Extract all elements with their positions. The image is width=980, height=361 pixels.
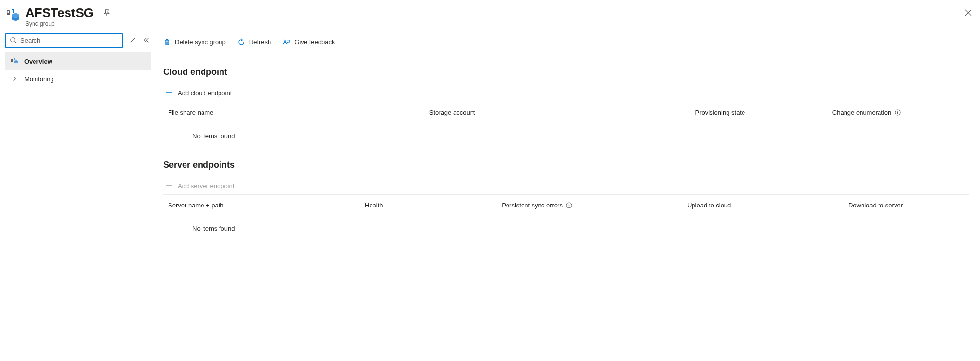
- svg-point-8: [284, 40, 286, 42]
- cloud-endpoint-empty: No items found: [163, 123, 969, 146]
- info-icon[interactable]: [894, 109, 901, 116]
- toolbar-label: Refresh: [249, 38, 271, 46]
- chevron-right-icon: [11, 75, 18, 83]
- sidebar-search-input[interactable]: [19, 36, 119, 45]
- close-button[interactable]: [963, 8, 973, 17]
- delete-sync-group-button[interactable]: Delete sync group: [163, 38, 226, 46]
- sidebar-search-box[interactable]: [5, 33, 123, 48]
- refresh-button[interactable]: Refresh: [237, 38, 271, 46]
- svg-point-4: [124, 12, 125, 12]
- sidebar-item-monitoring[interactable]: Monitoring: [5, 70, 151, 87]
- plus-icon: [165, 89, 173, 97]
- svg-rect-2: [8, 12, 9, 13]
- sync-group-icon: [11, 57, 18, 65]
- main-content: Delete sync group Refresh: [151, 31, 980, 361]
- cloud-endpoint-heading: Cloud endpoint: [163, 67, 969, 77]
- page-subtitle: Sync group: [25, 20, 129, 27]
- svg-point-3: [124, 12, 124, 12]
- pin-button[interactable]: [102, 8, 111, 17]
- page-title: AFSTestSG: [25, 5, 94, 20]
- give-feedback-button[interactable]: Give feedback: [283, 38, 335, 46]
- search-icon: [10, 37, 17, 44]
- server-endpoints-empty: No items found: [163, 216, 969, 239]
- cloud-endpoint-table-header: File share name Storage account Provisio…: [163, 102, 969, 123]
- svg-rect-7: [11, 59, 13, 62]
- refresh-icon: [237, 38, 245, 46]
- sidebar-item-label: Monitoring: [24, 75, 54, 83]
- add-server-endpoint-label: Add server endpoint: [178, 182, 234, 189]
- svg-point-6: [11, 38, 15, 42]
- feedback-icon: [283, 38, 290, 46]
- svg-point-12: [569, 204, 569, 204]
- column-header[interactable]: Health: [365, 202, 502, 209]
- svg-point-5: [125, 12, 125, 12]
- trash-icon: [163, 38, 171, 46]
- svg-point-10: [897, 111, 897, 111]
- sidebar: Overview Monitoring: [0, 31, 151, 361]
- toolbar-label: Give feedback: [294, 38, 335, 46]
- add-cloud-endpoint-label: Add cloud endpoint: [178, 89, 232, 97]
- column-header[interactable]: Storage account: [429, 109, 695, 116]
- column-header[interactable]: Change enumeration: [832, 109, 969, 116]
- column-header[interactable]: Server name + path: [163, 202, 365, 209]
- sync-group-resource-icon: [5, 7, 22, 24]
- svg-rect-1: [8, 11, 9, 12]
- info-icon[interactable]: [566, 202, 573, 209]
- sidebar-item-overview[interactable]: Overview: [5, 52, 151, 70]
- server-endpoints-table-header: Server name + path Health Persistent syn…: [163, 195, 969, 216]
- collapse-sidebar-button[interactable]: [142, 36, 151, 45]
- column-header[interactable]: Persistent sync errors: [502, 202, 687, 209]
- server-endpoints-heading: Server endpoints: [163, 160, 969, 170]
- toolbar-label: Delete sync group: [175, 38, 226, 46]
- page-header: AFSTestSG Sync group: [0, 0, 980, 31]
- column-header[interactable]: Provisioning state: [695, 109, 832, 116]
- column-header[interactable]: Download to server: [848, 202, 969, 209]
- column-header[interactable]: File share name: [163, 109, 429, 116]
- clear-search-button[interactable]: [128, 36, 137, 45]
- add-server-endpoint-button: Add server endpoint: [163, 179, 969, 195]
- column-header[interactable]: Upload to cloud: [687, 202, 848, 209]
- add-cloud-endpoint-button[interactable]: Add cloud endpoint: [163, 86, 969, 102]
- sidebar-item-label: Overview: [24, 58, 52, 65]
- command-bar: Delete sync group Refresh: [163, 31, 969, 53]
- more-button[interactable]: [120, 8, 129, 17]
- plus-icon: [165, 182, 173, 189]
